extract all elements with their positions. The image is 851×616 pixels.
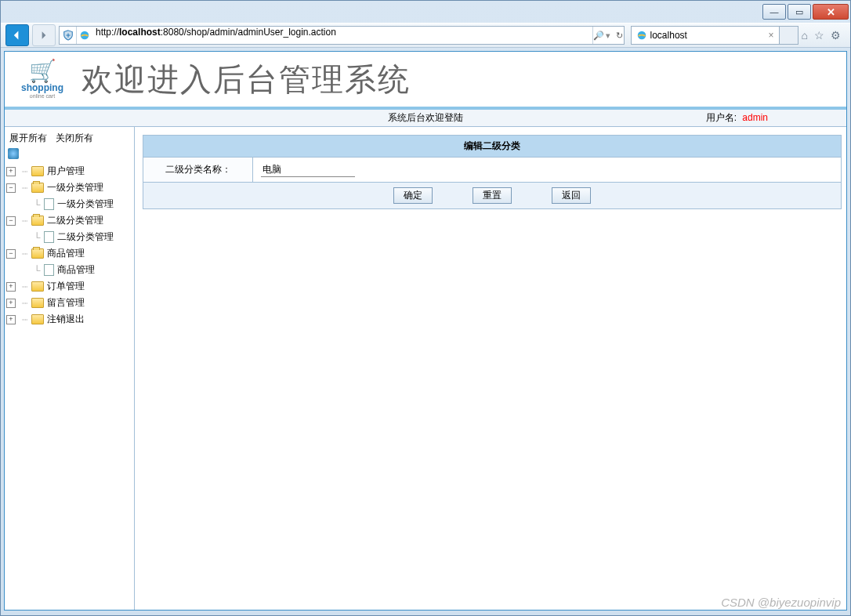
sidebar-item-product[interactable]: −┈商品管理 [6,245,132,262]
sidebar-item-logout[interactable]: +┈注销退出 [6,311,132,328]
expander-icon[interactable]: + [6,167,16,176]
panel-title: 编辑二级分类 [143,136,842,158]
window-titlebar: — ▭ ✕ [1,1,850,23]
tab-strip: localhost × [631,26,798,45]
field-label: 二级分类名称： [143,158,253,183]
folder-open-icon [31,183,44,193]
tab-title: localhost [650,30,687,41]
settings-gear-icon[interactable]: ⚙ [831,29,841,42]
expand-all-link[interactable]: 展开所有 [9,132,47,143]
top-info-bar: 系统后台欢迎登陆 用户名: admin [5,110,846,127]
new-tab-button[interactable] [780,26,798,45]
url-path: :8080/shop/admin/adminUser_login.action [161,27,336,38]
sidebar-subitem-product[interactable]: └商品管理 [6,262,132,278]
folder-icon [31,298,44,308]
expander-icon[interactable]: + [6,282,16,292]
expander-icon[interactable]: − [6,249,16,259]
ie-logo-icon [77,30,92,41]
refresh-icon[interactable]: ↻ [616,31,623,41]
sidebar-item-cat2[interactable]: −┈二级分类管理 [6,212,132,229]
search-icon: 🔎 [593,31,604,41]
sidebar-item-user-mgmt[interactable]: +┈用户管理 [6,163,132,179]
page-header: 🛒 shopping online cart 欢迎进入后台管理系统 [5,52,846,110]
browser-menu-icons: ⌂ ☆ ⚙ [802,29,846,42]
logo-subtext: online cart [11,93,74,99]
button-row: 确定 重置 返回 [143,183,842,209]
nav-tree: +┈用户管理 −┈一级分类管理 └一级分类管理 −┈二级分类管理 └二级分类管理… [6,163,132,328]
folder-icon [31,281,44,292]
compat-icon[interactable] [60,27,77,44]
category-name-input[interactable] [261,162,355,177]
sidebar-item-label: 一级分类管理 [47,181,103,194]
home-icon[interactable]: ⌂ [802,29,808,42]
user-info: 用户名: admin [706,111,846,125]
sidebar-item-label: 二级分类管理 [57,230,114,244]
url-host: localhost [119,27,161,38]
submit-button[interactable]: 确定 [393,187,433,204]
page-frame: 🛒 shopping online cart 欢迎进入后台管理系统 系统后台欢迎… [4,51,847,611]
user-label: 用户名: [706,112,737,123]
logo: 🛒 shopping online cart [11,60,74,99]
expander-icon[interactable]: + [6,299,16,308]
back-button[interactable]: 返回 [552,187,591,204]
address-bar[interactable]: http://localhost:8080/shop/admin/adminUs… [59,26,625,45]
os-window: — ▭ ✕ http://localhost:8080/shop/admin/a… [0,0,851,616]
cart-icon: 🛒 [11,60,74,82]
root-disk-icon [8,148,19,159]
shield-plus-icon [63,30,74,41]
folder-open-icon [31,248,44,259]
url-prefix: http:// [96,27,119,38]
maximize-button[interactable]: ▭ [788,4,811,20]
sidebar-item-label: 注销退出 [47,313,85,326]
folder-icon [31,314,44,324]
close-window-button[interactable]: ✕ [813,4,849,20]
sidebar-subitem-cat2[interactable]: └二级分类管理 [6,229,132,245]
tab-close-icon[interactable]: × [769,30,774,41]
sidebar-item-label: 二级分类管理 [47,214,103,227]
sidebar-item-order[interactable]: +┈订单管理 [6,278,132,295]
welcome-text: 系统后台欢迎登陆 [388,111,463,125]
reset-button[interactable]: 重置 [473,187,512,204]
arrow-left-icon [12,30,23,41]
logo-text: shopping [11,82,74,93]
sidebar-item-label: 订单管理 [47,280,85,293]
body-split: 展开所有 关闭所有 +┈用户管理 −┈一级分类管理 └一级分类管理 −┈二级分类… [5,127,846,610]
sidebar-item-label: 用户管理 [47,165,85,178]
sidebar-item-message[interactable]: +┈留言管理 [6,295,132,311]
ie-logo-icon [636,30,647,41]
browser-toolbar: http://localhost:8080/shop/admin/adminUs… [1,23,850,48]
page-icon [44,231,54,243]
page-icon [44,198,54,210]
expander-icon[interactable]: − [6,183,16,193]
sidebar: 展开所有 关闭所有 +┈用户管理 −┈一级分类管理 └一级分类管理 −┈二级分类… [5,127,135,610]
sidebar-subitem-cat1[interactable]: └一级分类管理 [6,196,132,212]
nav-forward-button[interactable] [32,24,56,46]
edit-form-table: 编辑二级分类 二级分类名称： 确定 重置 返回 [143,135,842,209]
nav-back-button[interactable] [5,24,29,46]
page-icon [44,264,54,276]
arrow-right-icon [39,31,49,40]
sidebar-item-cat1[interactable]: −┈一级分类管理 [6,179,132,196]
username: admin [742,112,768,123]
window-controls: — ▭ ✕ [761,4,849,20]
sidebar-controls: 展开所有 关闭所有 [6,130,132,148]
folder-open-icon [31,216,44,226]
sidebar-item-label: 一级分类管理 [57,197,114,211]
browser-tab-active[interactable]: localhost × [631,26,780,45]
collapse-all-link[interactable]: 关闭所有 [56,132,93,143]
page-title: 欢迎进入后台管理系统 [81,58,411,101]
sidebar-item-label: 商品管理 [57,263,95,277]
url-text[interactable]: http://localhost:8080/shop/admin/adminUs… [92,27,592,44]
search-refresh-group[interactable]: 🔎▾ ↻ [592,27,624,44]
folder-icon [31,166,44,176]
favorites-icon[interactable]: ☆ [814,29,824,42]
expander-icon[interactable]: + [6,315,16,324]
sidebar-item-label: 商品管理 [47,247,85,260]
watermark: CSDN @biyezuopinvip [721,596,841,609]
minimize-button[interactable]: — [762,4,786,20]
main-content: 编辑二级分类 二级分类名称： 确定 重置 返回 [135,127,846,610]
sidebar-item-label: 留言管理 [47,296,85,310]
expander-icon[interactable]: − [6,216,16,226]
